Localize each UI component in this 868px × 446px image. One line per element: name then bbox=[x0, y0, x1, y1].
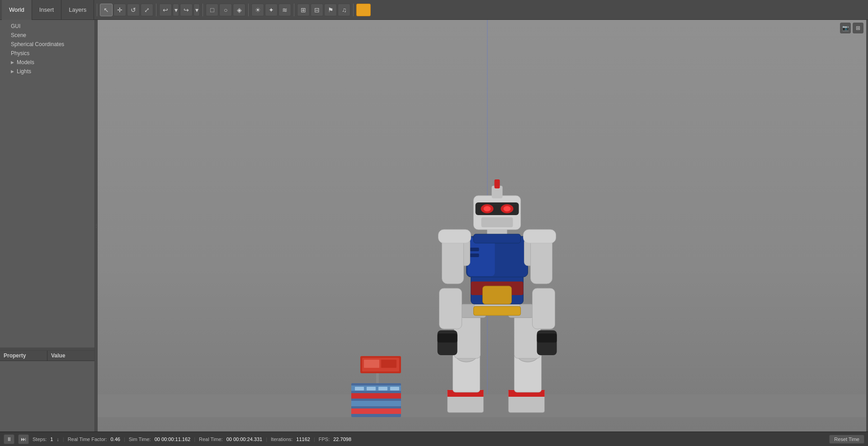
svg-rect-47 bbox=[364, 360, 379, 368]
toolbar-divider-6 bbox=[353, 4, 354, 16]
viewport-icons: 📷 ⊞ bbox=[840, 23, 863, 33]
rotate-tool-button[interactable]: ↺ bbox=[127, 4, 140, 16]
property-header: Property Value bbox=[0, 351, 94, 361]
toolbar-history: ↩ ▾ ↪ ▾ bbox=[159, 4, 200, 16]
tree-item-lights[interactable]: Lights bbox=[0, 67, 94, 76]
tree-item-physics[interactable]: Physics bbox=[0, 49, 94, 58]
tab-world[interactable]: World bbox=[2, 0, 32, 20]
sim-time-value: 00 00:00:11.162 bbox=[155, 437, 191, 442]
color-button[interactable] bbox=[356, 4, 371, 16]
property-col-header: Property bbox=[0, 351, 47, 361]
toolbar-selection-tools: ↖ ✛ ↺ ⤢ bbox=[100, 4, 153, 16]
svg-rect-57 bbox=[390, 387, 399, 390]
directional-light-button[interactable]: ☀ bbox=[251, 4, 264, 16]
iterations-value: 11162 bbox=[296, 437, 310, 442]
toolbar-misc: ⊞ ⊟ ⚑ ♫ bbox=[297, 4, 350, 16]
svg-rect-53 bbox=[351, 408, 401, 414]
svg-rect-13 bbox=[474, 306, 521, 315]
translate-tool-button[interactable]: ✛ bbox=[113, 4, 126, 16]
svg-rect-51 bbox=[351, 393, 401, 399]
sim-time-label: Sim Time: bbox=[129, 437, 151, 442]
svg-rect-48 bbox=[381, 360, 396, 368]
svg-rect-26 bbox=[438, 333, 458, 343]
real-time-label: Real Time: bbox=[199, 437, 223, 442]
toolbar-shapes: □ ○ ◈ bbox=[206, 4, 245, 16]
steps-value: 1 bbox=[50, 437, 53, 442]
toolbar-divider-4 bbox=[248, 4, 249, 16]
svg-rect-41 bbox=[439, 230, 471, 243]
tree-item-gui[interactable]: GUI bbox=[0, 22, 94, 31]
value-col-header: Value bbox=[47, 351, 94, 361]
right-resize-handle[interactable] bbox=[866, 20, 868, 432]
world-tree: GUI Scene Spherical Coordinates Physics … bbox=[0, 20, 94, 347]
real-time-factor-value: 0.46 bbox=[110, 437, 120, 442]
toolbar-divider-5 bbox=[294, 4, 294, 16]
tab-insert[interactable]: Insert bbox=[32, 0, 62, 20]
tree-item-models[interactable]: Models bbox=[0, 58, 94, 67]
undo-button[interactable]: ↩ bbox=[159, 4, 172, 16]
steps-arrow: ↓ bbox=[57, 437, 59, 442]
fps-value: 22.7098 bbox=[333, 437, 351, 442]
spot-light-button[interactable]: ≋ bbox=[278, 4, 291, 16]
toolbar-divider-2 bbox=[156, 4, 156, 16]
svg-rect-42 bbox=[524, 230, 556, 243]
robot-model bbox=[434, 146, 561, 417]
toolbar-lights: ☀ ✦ ≋ bbox=[251, 4, 291, 16]
sphere-shape-button[interactable]: ○ bbox=[219, 4, 232, 16]
viewport-settings-button[interactable]: ⊞ bbox=[853, 23, 863, 33]
select-tool-button[interactable]: ↖ bbox=[100, 4, 113, 16]
svg-rect-19 bbox=[470, 248, 479, 251]
svg-rect-55 bbox=[367, 387, 376, 390]
tab-bar: World Insert Layers bbox=[2, 0, 94, 20]
undo-dropdown-button[interactable]: ▾ bbox=[173, 4, 179, 16]
screenshot-button[interactable]: 📷 bbox=[840, 23, 851, 33]
fps-label: FPS: bbox=[319, 437, 330, 442]
real-time-factor-label: Real Time Factor: bbox=[68, 437, 107, 442]
audio-button[interactable]: ♫ bbox=[338, 4, 350, 16]
redo-dropdown-button[interactable]: ▾ bbox=[193, 4, 200, 16]
svg-rect-20 bbox=[470, 254, 479, 257]
svg-rect-30 bbox=[537, 333, 557, 343]
svg-rect-43 bbox=[474, 234, 521, 243]
reset-time-button[interactable]: Reset Time bbox=[829, 435, 864, 444]
svg-rect-52 bbox=[351, 401, 401, 406]
tree-item-spherical-coordinates[interactable]: Spherical Coordinates bbox=[0, 40, 94, 49]
real-time-value: 00 00:00:24.331 bbox=[226, 437, 263, 442]
svg-rect-40 bbox=[495, 179, 500, 188]
copy-button[interactable]: ⊞ bbox=[297, 4, 310, 16]
redo-button[interactable]: ↪ bbox=[180, 4, 193, 16]
iterations-label: Iterations: bbox=[271, 437, 292, 442]
status-bar: ⏸ ⏭ Steps: 1 ↓ | Real Time Factor: 0.46 … bbox=[0, 432, 868, 446]
step-button[interactable]: ⏭ bbox=[18, 434, 29, 444]
pause-button[interactable]: ⏸ bbox=[4, 434, 14, 444]
point-light-button[interactable]: ✦ bbox=[265, 4, 278, 16]
scale-tool-button[interactable]: ⤢ bbox=[141, 4, 153, 16]
svg-rect-54 bbox=[355, 387, 364, 390]
cylinder-shape-button[interactable]: ◈ bbox=[233, 4, 245, 16]
viewport[interactable]: 📷 ⊞ bbox=[98, 20, 866, 432]
small-structure-model bbox=[351, 356, 410, 417]
tree-item-scene[interactable]: Scene bbox=[0, 31, 94, 40]
main-toolbar: World Insert Layers ↖ ✛ ↺ ⤢ ↩ ▾ ↪ ▾ □ ○ … bbox=[0, 0, 868, 20]
toolbar-divider-3 bbox=[203, 4, 203, 16]
svg-rect-38 bbox=[481, 217, 513, 227]
flag-button[interactable]: ⚑ bbox=[324, 4, 337, 16]
svg-rect-16 bbox=[483, 286, 512, 304]
main-area: GUI Scene Spherical Coordinates Physics … bbox=[0, 20, 868, 432]
box-shape-button[interactable]: □ bbox=[206, 4, 218, 16]
paste-button[interactable]: ⊟ bbox=[311, 4, 323, 16]
svg-rect-28 bbox=[533, 288, 555, 329]
property-panel: Property Value bbox=[0, 350, 94, 432]
svg-point-37 bbox=[504, 206, 511, 211]
svg-rect-24 bbox=[439, 288, 462, 329]
tab-layers[interactable]: Layers bbox=[61, 0, 94, 20]
steps-label: Steps: bbox=[33, 437, 47, 442]
left-panel: GUI Scene Spherical Coordinates Physics … bbox=[0, 20, 95, 432]
svg-point-36 bbox=[484, 206, 491, 211]
toolbar-divider-1 bbox=[97, 4, 97, 16]
svg-rect-56 bbox=[378, 387, 387, 390]
